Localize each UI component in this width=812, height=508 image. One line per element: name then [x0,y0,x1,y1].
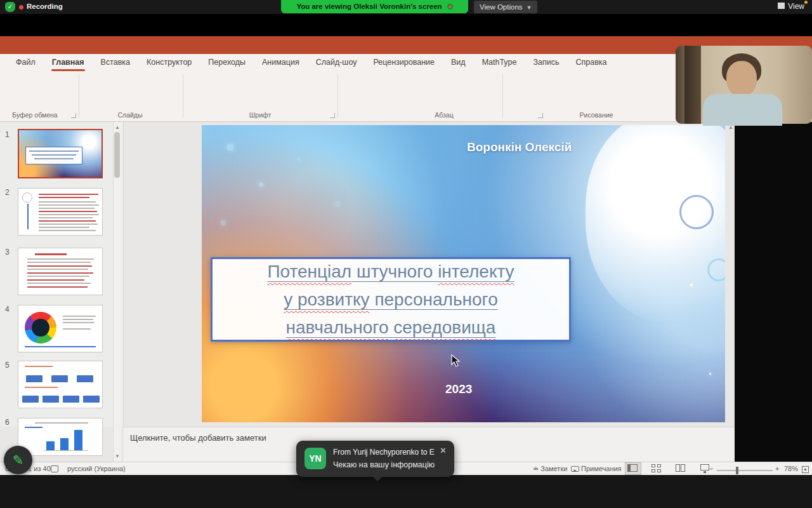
tab-design[interactable]: Конструктор [138,54,200,71]
thumbnail-slide-3[interactable] [18,248,103,295]
slide-title: Потенціал штучного інтелектуу розвитку п… [213,258,569,342]
zoom-out-button[interactable]: − [709,465,713,472]
webcam-door [684,46,701,124]
thumb-number: 4 [5,305,10,314]
mouse-cursor [450,354,461,367]
view-switcher [625,463,713,474]
notes-toggle[interactable]: ≐ Заметки [533,465,567,473]
zoom-slider-track[interactable] [717,470,773,471]
zoom-slider-thumb[interactable] [736,467,738,474]
notes-placeholder[interactable]: Щелкните, чтобы добавить заметки [130,433,266,443]
drawing-group-label: Рисование [508,111,685,119]
slide-title-box[interactable]: Потенціал штучного інтелектуу розвитку п… [211,257,571,342]
slide-sorter-button[interactable] [650,463,665,474]
tab-slideshow[interactable]: Слайд-шоу [308,54,365,71]
notification-dot [804,1,808,4]
zoom-bottom-toolbar: Unmute ∧ Start Video ∧ Participants 683 … [0,475,812,508]
clipboard-dialog-launcher[interactable] [71,113,76,118]
comments-toggle[interactable]: Примечания [571,465,622,472]
recording-label: Recording [27,3,63,10]
fit-to-window-icon[interactable] [802,466,809,473]
webcam-person-face [726,61,757,97]
panel-scrollbar-thumb[interactable] [114,132,120,178]
thumb-number: 6 [5,418,10,427]
scroll-up-icon[interactable]: ▲ [115,124,120,130]
view-options-button[interactable]: View Options▼ [474,1,537,13]
tab-transitions[interactable]: Переходы [200,54,254,71]
chat-close-icon[interactable]: ✕ [440,446,447,455]
normal-view-button[interactable] [625,463,641,474]
zoom-in-button[interactable]: + [775,465,779,472]
accessibility-icon[interactable] [51,465,58,472]
slide-scrollbar[interactable] [727,122,735,462]
font-dialog-launcher[interactable] [330,113,335,118]
clipboard-group-label: Буфер обмена [0,111,70,119]
thumb-number: 2 [5,188,10,197]
scroll-down-icon[interactable]: ▼ [115,453,120,459]
pencil-icon: ✎ [13,453,24,467]
tab-mathtype[interactable]: MathType [474,54,525,71]
zoom-level[interactable]: 78% [784,465,798,472]
right-black-band [735,122,812,462]
thumbnail-slide-2[interactable] [18,188,103,236]
slides-group-label: Слайды [82,111,178,119]
slide-year[interactable]: 2023 [445,382,472,396]
thumb-number: 5 [5,361,10,370]
zoom-meeting-window: ✓ Recording You are viewing Oleksii Voro… [0,0,812,508]
tab-home[interactable]: Главная [44,54,93,71]
thumbnail-slide-1[interactable] [18,129,103,178]
chat-notification-title: From Yurij Nechyporenko to Ever... [333,448,435,457]
tab-animations[interactable]: Анимация [254,54,308,71]
thumbnail-slide-5[interactable] [18,361,103,408]
language-status[interactable]: русский (Украина) [67,465,126,472]
slide-canvas[interactable]: Воронкін Олексій Потенціал штучного інте… [202,125,725,422]
tab-record[interactable]: Запись [525,54,568,71]
tab-insert[interactable]: Вставка [93,54,138,71]
thumbnail-slide-6[interactable] [18,418,103,456]
annotation-pencil-button[interactable]: ✎ [4,446,32,474]
chat-notification[interactable]: YN From Yurij Nechyporenko to Ever... Че… [296,441,454,477]
tab-view[interactable]: Вид [443,54,474,71]
mindmap-diagram [25,312,56,344]
viewing-banner: You are viewing Oleksii Voronkin's scree… [281,0,468,13]
reading-view-button[interactable] [674,463,689,474]
webcam-person-shirt [703,94,782,126]
banner-recording-icon [447,4,453,10]
tab-review[interactable]: Рецензирование [365,54,443,71]
thumb-number: 1 [5,130,10,139]
font-group-label: Шрифт [184,111,336,119]
security-shield-icon[interactable]: ✓ [5,2,15,12]
view-button[interactable]: View [778,2,804,11]
tab-file[interactable]: Файл [8,54,44,71]
slide-author[interactable]: Воронкін Олексій [467,140,572,154]
chat-notification-message: Чекаю на вашу інформацію [333,460,435,469]
thumb-number: 3 [5,248,10,257]
zoom-top-bar: ✓ Recording You are viewing Oleksii Voro… [0,0,812,14]
chat-sender-avatar: YN [304,448,326,469]
thumbnail-slide-4[interactable] [18,305,103,352]
tab-help[interactable]: Справка [568,54,615,71]
view-grid-icon [778,3,785,9]
recording-dot-icon [19,5,23,10]
